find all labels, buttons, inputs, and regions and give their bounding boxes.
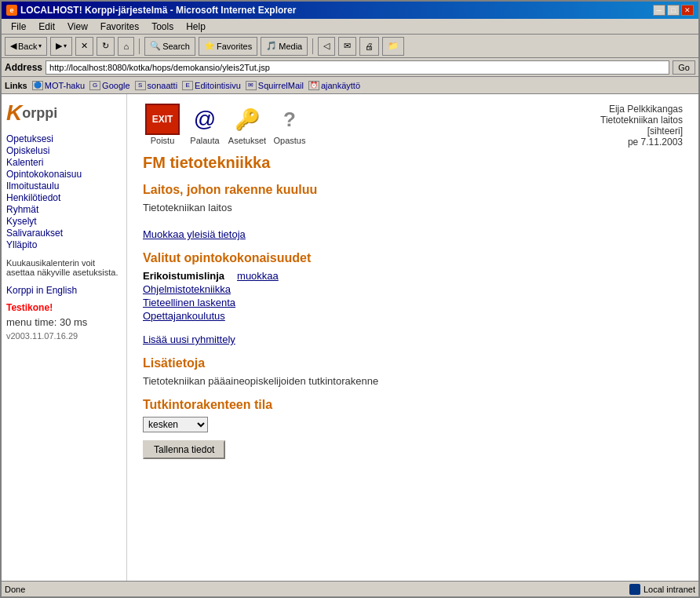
testikone-label: Testikone! [6,302,122,313]
sidebar-item-ilmoitustaulu[interactable]: Ilmoitustaulu [6,180,122,191]
address-input[interactable] [46,60,669,75]
section2-sub-link-1[interactable]: Tieteellinen laskenta [143,297,683,308]
sidebar-note: Kuukausikalenterin voit asettaa näkyvill… [6,258,122,277]
favorites-button[interactable]: ⭐ Favorites [199,37,257,56]
content-area: K orppi Opetuksesi Opiskelusi Kalenteri … [2,94,698,581]
menu-bar: File Edit View Favorites Tools Help [2,19,698,35]
close-button[interactable]: ✕ [681,5,694,16]
menu-view[interactable]: View [61,20,94,32]
settings-label: Asetukset [228,136,266,145]
sidebar-item-ryhmat[interactable]: Ryhmät [6,204,122,215]
status-text-done: Done [5,585,629,594]
exit-icon: EXIT [145,104,180,135]
ie-icon: e [6,5,17,16]
user-name: Eija Pelkkikangas [600,104,683,115]
section4-heading: Tutkintorakenteen tila [143,398,683,412]
sidebar: K orppi Opetuksesi Opiskelusi Kalenteri … [2,94,127,581]
main-panel: EXIT Poistu @ Palauta 🔑 Asetukset ? Opas… [127,94,698,581]
window-title: LOCALHOST! Korppi-järjestelmä - Microsof… [20,5,296,16]
sidebar-item-yllapito[interactable]: Ylläpito [6,239,122,250]
search-button[interactable]: 🔍 Search [144,37,195,56]
sidebar-item-opiskelusi[interactable]: Opiskelusi [6,145,122,156]
sidebar-item-kalenteri[interactable]: Kalenteri [6,157,122,168]
maximize-button[interactable]: □ [667,5,680,16]
user-dept: Tietotekniikan laitos [600,115,683,126]
sidebar-item-kyselyt[interactable]: Kyselyt [6,216,122,227]
back-button[interactable]: ◀ Back ▾ [5,37,47,56]
links-label: Links [5,81,27,90]
sidebar-item-opintokokonaisuus[interactable]: Opintokokonaisuu [6,169,122,180]
help-button[interactable]: ? Opastus [270,104,309,145]
header-row: EXIT Poistu @ Palauta 🔑 Asetukset ? Opas… [143,104,683,148]
section1-edit-link[interactable]: Muokkaa yleisiä tietoja [143,228,246,240]
logo-orppi: orppi [22,105,57,122]
title-bar: e LOCALHOST! Korppi-järjestelmä - Micros… [2,2,698,19]
go-button[interactable]: Go [673,60,695,75]
address-bar: Address Go [2,58,698,77]
section2-row: Erikoistumislinja muokkaa [143,270,683,282]
help-icon: ? [272,104,307,135]
logo-k: K [6,100,22,126]
forward-button[interactable]: ▶ ▾ [50,37,72,56]
section2-add-link[interactable]: Lisää uusi ryhmittely [143,334,235,345]
section1-value: Tietotekniikan laitos [143,202,683,213]
settings-button[interactable]: 🔑 Asetukset [228,104,267,145]
page-title: FM tietotekniikka [143,154,683,172]
sidebar-item-opetuksesi[interactable]: Opetuksesi [6,133,122,144]
user-role: [sihteeri] [600,126,683,137]
link-google[interactable]: GGoogle [89,81,129,90]
menu-tools[interactable]: Tools [145,20,180,32]
section3-heading: Lisätietoja [143,356,683,370]
link-mot-haku[interactable]: 🔵MOT-haku [32,81,85,90]
toolbar: ◀ Back ▾ ▶ ▾ ✕ ↻ ⌂ 🔍 Search ⭐ Favorites … [2,35,698,58]
mail-button[interactable]: ✉ [338,37,356,56]
folder-button[interactable]: 📁 [382,37,404,56]
section2-heading: Valitut opintokokonaisuudet [143,251,683,265]
refresh-button[interactable]: ↻ [97,37,115,56]
user-info: Eija Pelkkikangas Tietotekniikan laitos … [600,104,683,148]
section2-muokkaa-link[interactable]: muokkaa [237,270,279,282]
media-button[interactable]: 🎵 Media [261,37,308,56]
sidebar-item-salivaraukset[interactable]: Salivaraukset [6,228,122,239]
section2-row-label: Erikoistumislinja [143,270,224,282]
settings-icon: 🔑 [230,104,264,135]
menu-time: menu time: 30 ms [6,316,122,328]
sidebar-item-henkilotiedot[interactable]: Henkilötiedot [6,192,122,203]
toolbar-icons: EXIT Poistu @ Palauta 🔑 Asetukset ? Opas… [143,104,309,145]
section3-value: Tietotekniikan pääaineopiskelijoiden tut… [143,375,683,387]
menu-favorites[interactable]: Favorites [94,20,145,32]
return-icon: @ [188,104,222,135]
section4-field-row: kesken valmis hyväksytty [143,417,683,432]
menu-file[interactable]: File [5,20,32,32]
address-label: Address [5,62,42,73]
exit-button[interactable]: EXIT Poistu [143,104,182,145]
user-date: pe 7.11.2003 [600,137,683,148]
section2-sub-link-2[interactable]: Opettajankoulutus [143,310,683,322]
sidebar-english-link[interactable]: Korppi in English [6,285,122,296]
home-button[interactable]: ⌂ [118,37,134,56]
intranet-icon [629,584,640,595]
help-label: Opastus [274,136,306,145]
menu-edit[interactable]: Edit [32,20,61,32]
links-bar: Links 🔵MOT-haku GGoogle Ssonaatti EEdito… [2,77,698,94]
link-editointisivu[interactable]: EEditointisivu [182,81,241,90]
exit-label: Poistu [151,136,175,145]
section2-sub-link-0[interactable]: Ohjelmistotekniikka [143,283,683,295]
section1-heading: Laitos, johon rakenne kuuluu [143,183,683,197]
minimize-button[interactable]: ─ [653,5,665,16]
return-label: Palauta [190,136,219,145]
status-select[interactable]: kesken valmis hyväksytty [143,417,208,432]
logo: K orppi [6,100,122,126]
menu-help[interactable]: Help [180,20,212,32]
status-bar: Done Local intranet [2,581,698,596]
save-button[interactable]: Tallenna tiedot [143,440,225,459]
version-text: v2003.11.07.16.29 [6,331,122,341]
print-button[interactable]: 🖨 [359,37,379,56]
link-ajankaytto[interactable]: ⏰ajankäyttö [308,81,360,90]
history-button[interactable]: ◁ [318,37,335,56]
status-right: Local intranet [629,584,695,595]
return-button[interactable]: @ Palauta [185,104,224,145]
link-sonaatti[interactable]: Ssonaatti [135,81,178,90]
link-squirrelmail[interactable]: ✉SquirrelMail [246,81,304,90]
stop-button[interactable]: ✕ [75,37,93,56]
